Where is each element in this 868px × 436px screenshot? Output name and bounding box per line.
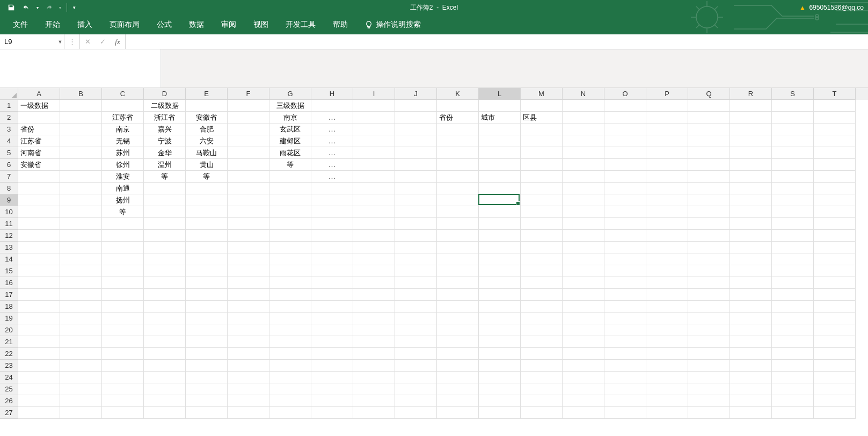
cell-H3[interactable]: … (311, 123, 353, 135)
cell-K8[interactable] (437, 183, 479, 194)
cell-E5[interactable]: 马鞍山 (186, 147, 228, 159)
cell-A3[interactable]: 省份 (18, 123, 60, 135)
cell-O21[interactable] (604, 336, 646, 348)
cell-T21[interactable] (814, 336, 856, 348)
cell-L20[interactable] (479, 324, 521, 336)
cell-I9[interactable] (353, 194, 395, 206)
cell-S27[interactable] (772, 407, 814, 419)
cell-C6[interactable]: 徐州 (102, 159, 144, 171)
cell-J22[interactable] (395, 348, 437, 360)
cell-N15[interactable] (563, 265, 604, 277)
cell-B6[interactable] (60, 159, 102, 171)
cell-A7[interactable] (18, 171, 60, 183)
cell-P25[interactable] (646, 383, 688, 395)
cell-I2[interactable] (353, 112, 395, 123)
cell-A10[interactable] (18, 206, 60, 218)
cell-M10[interactable] (521, 206, 563, 218)
cell-O12[interactable] (604, 230, 646, 242)
cell-K10[interactable] (437, 206, 479, 218)
cell-K24[interactable] (437, 372, 479, 383)
cell-S5[interactable] (772, 147, 814, 159)
row-header-15[interactable]: 15 (0, 265, 18, 277)
cell-M24[interactable] (521, 372, 563, 383)
cell-Q2[interactable] (688, 112, 730, 123)
tab-developer[interactable]: 开发工具 (278, 17, 323, 33)
cell-O18[interactable] (604, 301, 646, 313)
cell-K11[interactable] (437, 218, 479, 230)
cell-N12[interactable] (563, 230, 604, 242)
column-header-C[interactable]: C (102, 88, 144, 100)
cell-K16[interactable] (437, 277, 479, 289)
cell-D9[interactable] (144, 194, 186, 206)
cell-D23[interactable] (144, 360, 186, 372)
row-header-18[interactable]: 18 (0, 301, 18, 313)
cell-E2[interactable]: 安徽省 (186, 112, 228, 123)
cell-D4[interactable]: 宁波 (144, 135, 186, 147)
cell-N25[interactable] (563, 383, 604, 395)
cell-Q8[interactable] (688, 183, 730, 194)
cell-E15[interactable] (186, 265, 228, 277)
cell-G5[interactable]: 雨花区 (269, 147, 311, 159)
cell-K19[interactable] (437, 313, 479, 324)
cell-O27[interactable] (604, 407, 646, 419)
cell-Q15[interactable] (688, 265, 730, 277)
cell-R9[interactable] (730, 194, 772, 206)
cell-I27[interactable] (353, 407, 395, 419)
cell-M13[interactable] (521, 242, 563, 253)
cell-H11[interactable] (311, 218, 353, 230)
cell-B2[interactable] (60, 112, 102, 123)
cell-N19[interactable] (563, 313, 604, 324)
cell-M2[interactable]: 区县 (521, 112, 563, 123)
cell-P9[interactable] (646, 194, 688, 206)
cell-G18[interactable] (269, 301, 311, 313)
cell-Q18[interactable] (688, 301, 730, 313)
cell-T13[interactable] (814, 242, 856, 253)
cell-E3[interactable]: 合肥 (186, 123, 228, 135)
cell-O6[interactable] (604, 159, 646, 171)
cell-K23[interactable] (437, 360, 479, 372)
cell-F18[interactable] (228, 301, 269, 313)
cell-F11[interactable] (228, 218, 269, 230)
cell-T15[interactable] (814, 265, 856, 277)
cell-H9[interactable] (311, 194, 353, 206)
cell-K5[interactable] (437, 147, 479, 159)
cell-T24[interactable] (814, 372, 856, 383)
cell-O5[interactable] (604, 147, 646, 159)
cell-F9[interactable] (228, 194, 269, 206)
cell-K21[interactable] (437, 336, 479, 348)
tab-view[interactable]: 视图 (246, 17, 276, 33)
cell-O2[interactable] (604, 112, 646, 123)
cell-L2[interactable]: 城市 (479, 112, 521, 123)
cell-R5[interactable] (730, 147, 772, 159)
cell-E18[interactable] (186, 301, 228, 313)
row-header-17[interactable]: 17 (0, 289, 18, 301)
cell-C10[interactable]: 等 (102, 206, 144, 218)
cell-M22[interactable] (521, 348, 563, 360)
row-header-7[interactable]: 7 (0, 171, 18, 183)
column-header-I[interactable]: I (353, 88, 395, 100)
row-header-10[interactable]: 10 (0, 206, 18, 218)
cell-I6[interactable] (353, 159, 395, 171)
cell-H26[interactable] (311, 395, 353, 407)
cell-C23[interactable] (102, 360, 144, 372)
column-header-R[interactable]: R (730, 88, 772, 100)
cell-I26[interactable] (353, 395, 395, 407)
cell-S22[interactable] (772, 348, 814, 360)
cell-L15[interactable] (479, 265, 521, 277)
cell-R2[interactable] (730, 112, 772, 123)
formula-expand-button[interactable]: ⋮ (64, 34, 79, 49)
row-header-14[interactable]: 14 (0, 253, 18, 265)
cell-J20[interactable] (395, 324, 437, 336)
cell-E16[interactable] (186, 277, 228, 289)
cell-G16[interactable] (269, 277, 311, 289)
cell-I13[interactable] (353, 242, 395, 253)
cell-S18[interactable] (772, 301, 814, 313)
cell-A24[interactable] (18, 372, 60, 383)
row-header-13[interactable]: 13 (0, 242, 18, 253)
cell-J19[interactable] (395, 313, 437, 324)
cell-Q25[interactable] (688, 383, 730, 395)
cell-N20[interactable] (563, 324, 604, 336)
cell-P18[interactable] (646, 301, 688, 313)
cell-S12[interactable] (772, 230, 814, 242)
cell-D5[interactable]: 金华 (144, 147, 186, 159)
